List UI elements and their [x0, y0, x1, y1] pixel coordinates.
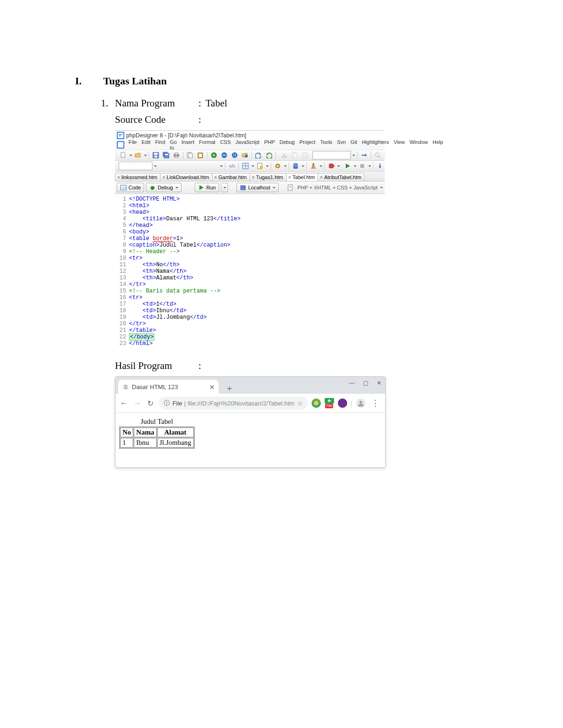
profile-avatar-icon[interactable] — [356, 398, 365, 408]
svg-line-35 — [379, 156, 380, 158]
gear-icon[interactable] — [273, 161, 282, 171]
localhost-button[interactable]: Localhost — [236, 183, 279, 192]
browser-tab[interactable]: 🗎 Dasar HTML 123 ✕ — [118, 380, 219, 394]
menu-git[interactable]: Git — [348, 139, 359, 150]
globe-blue-icon[interactable] — [209, 150, 219, 160]
ide-toolbar-1[interactable]: ✓ — [115, 150, 385, 161]
stop-icon[interactable] — [358, 161, 367, 171]
doc-yellow-icon[interactable] — [255, 161, 265, 171]
brush-icon[interactable] — [309, 161, 318, 171]
copy-icon[interactable] — [185, 150, 195, 160]
close-icon[interactable]: × — [117, 175, 120, 180]
close-icon[interactable]: × — [289, 175, 291, 180]
code-line: 4 <title>Dasar HTML 123</title> — [118, 216, 385, 222]
extension-idm-icon[interactable]: 796 — [325, 398, 334, 408]
menu-highlighters[interactable]: Highlighters — [359, 139, 391, 150]
menu-insert[interactable]: Insert — [179, 139, 197, 150]
file-tab[interactable]: ×AtributTabel.htm — [318, 173, 365, 181]
paste2-icon[interactable] — [300, 150, 310, 160]
find-next-icon[interactable] — [359, 150, 369, 160]
redo-icon[interactable] — [264, 150, 274, 160]
code-editor[interactable]: 1<!DOCTYPE HTML>2<html>3<head>4 <title>D… — [115, 194, 385, 351]
new-file-icon[interactable] — [119, 150, 128, 160]
address-bar[interactable]: ⓘ File | file:///D:/Fajri%20Novitasari/2… — [159, 397, 308, 410]
menu-edit[interactable]: Edit — [139, 139, 153, 150]
puzzle-icon[interactable] — [327, 161, 336, 171]
table-row: 1 Ibnu Jl.Jombang — [120, 438, 194, 448]
save-icon[interactable] — [151, 150, 160, 160]
run-button[interactable]: Run — [195, 183, 219, 192]
close-icon[interactable]: × — [162, 175, 165, 180]
toolbar-input[interactable] — [312, 151, 351, 159]
close-icon[interactable]: × — [320, 175, 323, 180]
close-tab-icon[interactable]: ✕ — [209, 383, 215, 391]
debug-button[interactable]: Debug — [146, 183, 181, 192]
window-minimize-icon[interactable]: — — [349, 380, 355, 386]
menu-svn[interactable]: Svn — [335, 139, 348, 150]
menu-format[interactable]: Format — [197, 139, 218, 150]
menu-file[interactable]: File — [126, 139, 139, 150]
code-view-button[interactable]: </> Code — [117, 183, 144, 192]
menu-php[interactable]: PHP — [262, 139, 277, 150]
window-close-icon[interactable]: ✕ — [377, 380, 381, 386]
print-icon[interactable] — [172, 150, 181, 160]
close-icon[interactable]: × — [214, 175, 217, 180]
new-tab-button[interactable]: ＋ — [221, 383, 237, 394]
svg-rect-56 — [312, 163, 314, 166]
menu-css[interactable]: CSS — [218, 139, 233, 150]
paste-icon[interactable] — [196, 150, 205, 160]
menu-goto[interactable]: Go to — [167, 139, 179, 150]
bookmark-star-icon[interactable]: ☆ — [297, 400, 303, 407]
ide-toolbar-2[interactable]: </> — [115, 161, 385, 172]
run-dropdown[interactable] — [221, 183, 228, 192]
info-icon: ⓘ — [164, 399, 170, 407]
extension-icon[interactable] — [312, 398, 321, 408]
copy2-icon[interactable] — [290, 150, 299, 160]
svg-point-85 — [359, 401, 362, 404]
menu-project[interactable]: Project — [297, 139, 318, 150]
search-doc-icon[interactable] — [383, 150, 385, 160]
svg-rect-20 — [199, 154, 202, 157]
tag-wrap-icon[interactable]: </> — [227, 161, 236, 171]
menu-javascript[interactable]: JavaScript — [233, 139, 262, 150]
close-icon[interactable]: × — [252, 175, 255, 180]
toolbar-input-2[interactable] — [119, 162, 152, 170]
reload-button[interactable]: ↻ — [145, 397, 155, 409]
result-table: Judul Tabel No Nama Alamat 1 Ibnu Jl.Jom… — [119, 418, 195, 449]
menu-tools[interactable]: Tools — [318, 139, 335, 150]
folder-web-icon[interactable] — [240, 150, 250, 160]
browser-menu-button[interactable]: ⋮ — [369, 397, 381, 409]
undo-icon[interactable] — [254, 150, 263, 160]
file-tab[interactable]: ×Tugas1.htm — [250, 173, 287, 181]
extension-badge: 796 — [325, 404, 333, 408]
file-tab[interactable]: ×LinkDownload.htm — [160, 173, 212, 181]
menu-view[interactable]: View — [391, 139, 407, 150]
play-green-icon[interactable] — [343, 161, 352, 171]
svg-rect-5 — [118, 142, 123, 148]
file-tabs[interactable]: ×linksosmed.htm×LinkDownload.htm×Gambar.… — [115, 172, 385, 181]
cut-icon[interactable] — [280, 150, 289, 160]
file-tab[interactable]: ×Tabel.htm — [286, 173, 319, 181]
td-nama: Ibnu — [134, 438, 156, 448]
code-line: 18 <td>Ibnu</td> — [118, 308, 385, 314]
back-button[interactable]: ← — [119, 397, 129, 409]
extension-purple-icon[interactable] — [338, 398, 347, 408]
mode-label[interactable]: PHP + XHTML + CSS + JavaScript — [297, 185, 378, 190]
menu-help[interactable]: Help — [430, 139, 446, 150]
open-file-icon[interactable] — [133, 150, 143, 160]
menu-debug[interactable]: Debug — [277, 139, 297, 150]
db-icon[interactable] — [291, 161, 300, 171]
search-icon[interactable] — [373, 150, 382, 160]
file-tab[interactable]: ×Gambar.htm — [212, 173, 250, 181]
menu-find[interactable]: Find — [153, 139, 167, 150]
globe-icon[interactable] — [230, 150, 239, 160]
grid-icon[interactable] — [241, 161, 250, 171]
save-all-icon[interactable] — [161, 150, 171, 160]
window-maximize-icon[interactable]: ▢ — [363, 380, 368, 386]
ide-menubar[interactable]: FileEditFindGo toInsertFormatCSSJavaScri… — [115, 140, 385, 150]
forward-button[interactable]: → — [132, 397, 142, 409]
file-tab[interactable]: ×linksosmed.htm — [115, 173, 160, 181]
step-in-icon[interactable] — [375, 161, 385, 171]
globe-green-icon[interactable] — [220, 150, 229, 160]
menu-window[interactable]: Window — [407, 139, 430, 150]
